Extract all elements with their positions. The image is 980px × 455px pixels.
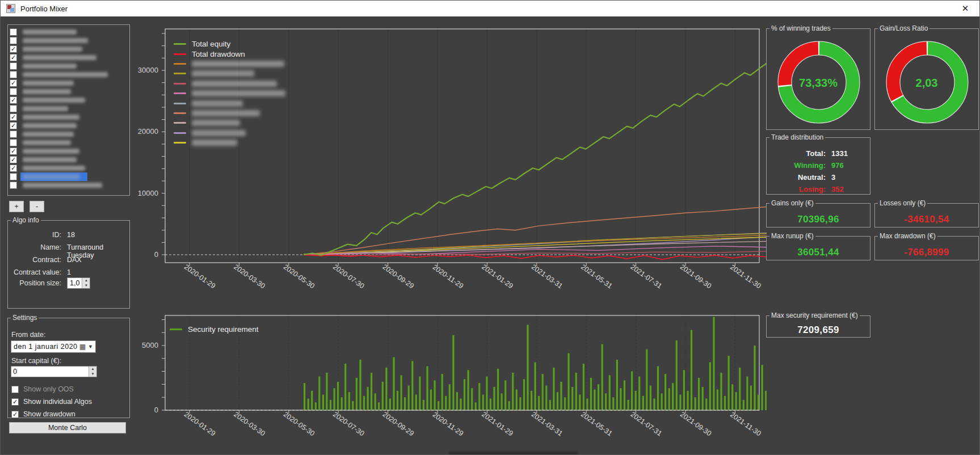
legend-row [174, 98, 285, 108]
algo-info-value: 18 [67, 231, 75, 241]
list-item[interactable] [8, 138, 129, 147]
list-item[interactable] [8, 36, 129, 45]
checkbox[interactable]: ✓ [11, 411, 19, 418]
settings-checkbox-row[interactable]: Show only OOS [11, 385, 74, 393]
list-item[interactable] [8, 130, 129, 138]
list-item[interactable] [8, 181, 129, 189]
list-item[interactable]: ✓ [8, 96, 129, 104]
list-item[interactable] [8, 62, 129, 70]
legend-swatch [174, 73, 186, 74]
list-item[interactable]: ✓ [8, 79, 129, 87]
list-item-checkbox[interactable] [10, 130, 17, 138]
list-item-checkbox[interactable]: ✓ [10, 45, 17, 53]
list-item[interactable] [8, 87, 129, 96]
algo-info-value: Turnaround Tuesday [67, 243, 125, 254]
legend-row [174, 138, 285, 148]
from-date-label: From date: [11, 331, 45, 339]
list-item[interactable]: ✓ [8, 45, 129, 53]
blurred-item-label [23, 157, 77, 162]
list-item-checkbox[interactable] [10, 88, 17, 95]
list-item-checkbox[interactable] [10, 139, 17, 146]
list-item-checkbox[interactable] [10, 62, 17, 70]
position-size-label: Position size: [11, 279, 61, 287]
blurred-legend-label [192, 120, 240, 126]
svg-text:5000: 5000 [142, 341, 158, 349]
stepper-arrows[interactable]: ▲▼ [82, 278, 90, 288]
checkbox-label: Show only OOS [23, 385, 74, 393]
distribution-value: 1331 [831, 149, 848, 158]
list-item-checkbox[interactable]: ✓ [10, 148, 17, 155]
list-item[interactable]: ✓ [8, 147, 129, 155]
position-size-stepper[interactable]: 1,0 ▲▼ [67, 277, 90, 289]
list-item-checkbox[interactable]: ✓ [10, 96, 17, 104]
legend-swatch [174, 142, 186, 144]
chevron-down-icon[interactable]: ▼ [86, 344, 95, 349]
legend-swatch [174, 103, 186, 104]
from-date-picker[interactable]: den 1 januari 2020 ▦ ▼ [11, 340, 96, 353]
start-capital-input[interactable]: 0 ▲▼ [11, 366, 97, 377]
legend-label: Total drawdown [192, 50, 245, 58]
list-item[interactable] [8, 70, 129, 79]
list-item-checkbox[interactable] [10, 182, 17, 189]
list-item[interactable]: ✓ [8, 155, 129, 164]
blurred-legend-label [192, 90, 285, 96]
blurred-legend-label [192, 61, 284, 67]
monte-carlo-button[interactable]: Monte Carlo [9, 422, 126, 433]
list-item[interactable] [8, 172, 129, 181]
remove-algo-button[interactable]: - [30, 201, 44, 212]
checkbox[interactable] [11, 386, 19, 393]
blurred-item-label [23, 132, 74, 137]
list-item-checkbox[interactable] [10, 28, 17, 36]
list-item-checkbox[interactable]: ✓ [10, 122, 17, 129]
list-item[interactable]: ✓ [8, 121, 129, 130]
algo-info-row: Name:Turnaround Tuesday [11, 243, 125, 254]
list-item-checkbox[interactable] [10, 37, 17, 44]
add-algo-button[interactable]: + [9, 201, 24, 212]
capital-stepper-arrows[interactable]: ▲▼ [89, 366, 96, 377]
losses-only-value: -34610,54 [875, 214, 978, 225]
gain-loss-title: Gain/Loss Ratio [878, 24, 929, 32]
legend-label: Security requirement [188, 325, 259, 334]
calendar-icon[interactable]: ▦ [79, 343, 86, 351]
svg-text:2021-07-31: 2021-07-31 [629, 263, 663, 290]
svg-text:2020-03-30: 2020-03-30 [232, 410, 266, 437]
list-item-checkbox[interactable]: ✓ [10, 113, 17, 121]
trade-distribution-groupbox: Trade distribution Total:1331Winning:976… [766, 133, 870, 195]
settings-checkbox-row[interactable]: ✓Show drawdown [11, 410, 75, 418]
distribution-label: Losing: [767, 185, 826, 193]
legend-label: Total equity [192, 40, 230, 48]
list-item[interactable]: ✓ [8, 164, 129, 172]
list-item-checkbox[interactable] [10, 173, 17, 180]
security-chart-legend: Security requirement [170, 325, 259, 334]
blurred-item-label [23, 149, 79, 154]
list-item[interactable] [8, 28, 129, 36]
list-item-checkbox[interactable] [10, 71, 17, 78]
checkbox[interactable]: ✓ [11, 398, 19, 406]
list-item[interactable] [8, 104, 129, 113]
svg-text:0: 0 [154, 406, 158, 414]
settings-checkbox-row[interactable]: ✓Show individual Algos [11, 398, 92, 406]
legend-row [174, 128, 285, 138]
close-button[interactable]: ✕ [951, 1, 979, 16]
blurred-item-label [23, 64, 77, 69]
list-item-checkbox[interactable]: ✓ [10, 54, 17, 61]
equity-chart-legend: Total equityTotal drawdown [174, 39, 285, 148]
list-item-checkbox[interactable]: ✓ [10, 165, 17, 172]
svg-text:2021-09-30: 2021-09-30 [679, 263, 713, 290]
max-security-title: Max security requirement (€) [769, 311, 860, 319]
list-item-checkbox[interactable]: ✓ [10, 156, 17, 163]
svg-text:2021-01-29: 2021-01-29 [480, 410, 514, 437]
blurred-item-label [23, 174, 79, 179]
list-item-checkbox[interactable]: ✓ [10, 79, 17, 87]
list-item[interactable]: ✓ [8, 53, 129, 62]
max-runup-groupbox: Max runup (€) 36051,44 [766, 232, 870, 260]
legend-row [174, 118, 285, 128]
algo-info-label: Name: [11, 243, 61, 254]
gain-loss-value: 2,03 [875, 77, 978, 90]
list-item-checkbox[interactable] [10, 105, 17, 112]
svg-text:20000: 20000 [138, 127, 158, 136]
gains-only-groupbox: Gains only (€) 70396,96 [766, 199, 870, 228]
list-item[interactable]: ✓ [8, 113, 129, 121]
algo-list[interactable]: ✓✓✓✓✓✓✓✓✓ [7, 24, 130, 196]
app-icon [6, 4, 15, 13]
